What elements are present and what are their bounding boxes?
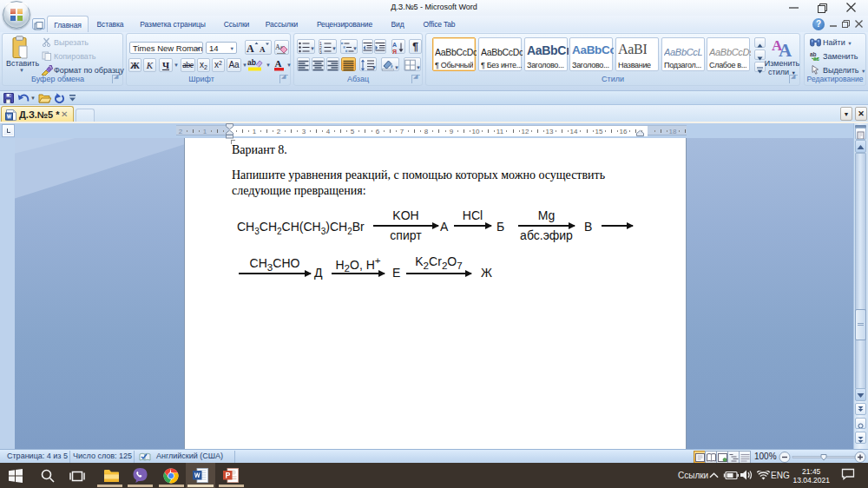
svg-text:А: А xyxy=(247,43,254,55)
svg-text:▼: ▼ xyxy=(332,46,336,51)
svg-text:ac: ac xyxy=(813,56,820,62)
svg-text:▼: ▼ xyxy=(416,65,420,70)
svg-text:▼: ▼ xyxy=(394,65,398,70)
svg-text:▼: ▼ xyxy=(372,65,376,70)
svg-text:А: А xyxy=(260,45,266,54)
svg-text:▼: ▼ xyxy=(310,46,314,51)
svg-text:3: 3 xyxy=(319,49,322,54)
svg-text:А: А xyxy=(392,42,397,48)
svg-text:ab: ab xyxy=(247,58,256,67)
svg-text:A: A xyxy=(779,40,792,59)
svg-text:A: A xyxy=(275,58,282,69)
svg-text:▼: ▼ xyxy=(352,46,357,51)
svg-text:Я: Я xyxy=(392,49,397,55)
